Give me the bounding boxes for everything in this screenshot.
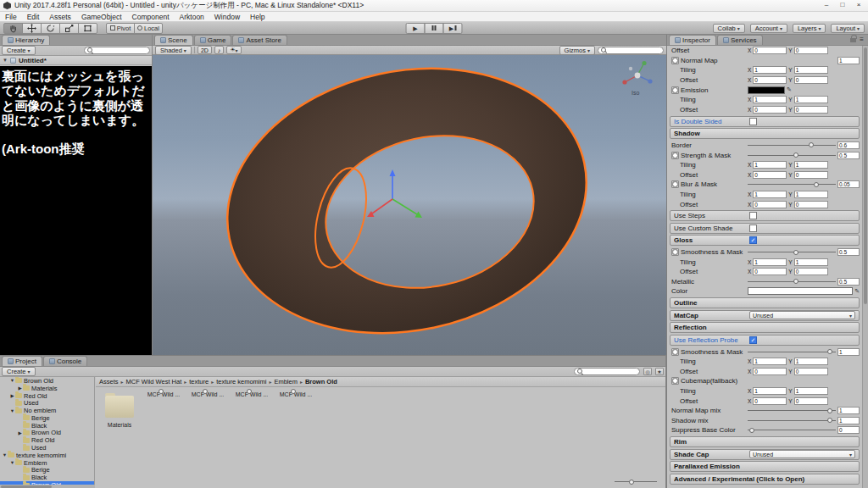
breadcrumb-item-mcf-wild-west-hat[interactable]: MCF Wild West Hat bbox=[126, 378, 182, 385]
breadcrumb-item-emblem[interactable]: Emblem bbox=[274, 378, 298, 385]
menu-gameobject[interactable]: GameObject bbox=[76, 13, 127, 21]
value-field[interactable]: 1 bbox=[753, 96, 787, 103]
tab-project[interactable]: Project bbox=[2, 356, 42, 366]
tree-collapse-icon[interactable]: ▼ bbox=[9, 378, 15, 383]
value-field[interactable]: 0.05 bbox=[837, 180, 860, 188]
scene-header-row[interactable]: ▼ Untitled* bbox=[0, 56, 152, 65]
tree-collapse-icon[interactable]: ▼ bbox=[9, 408, 15, 413]
slider-thumb[interactable] bbox=[827, 408, 832, 413]
tab-asset-store[interactable]: Asset Store bbox=[232, 35, 287, 45]
scene-search-input[interactable] bbox=[598, 47, 664, 54]
value-field[interactable]: 0 bbox=[794, 47, 828, 54]
checkbox[interactable] bbox=[749, 118, 757, 125]
slider-thumb[interactable] bbox=[814, 182, 819, 187]
value-field[interactable]: 0 bbox=[753, 106, 787, 114]
minimize-button[interactable]: – bbox=[819, 1, 834, 10]
layers-dropdown[interactable]: Layers▾ bbox=[793, 24, 826, 33]
menu-assets[interactable]: Assets bbox=[44, 13, 76, 21]
color-swatch[interactable] bbox=[748, 86, 785, 94]
tree-item-black[interactable]: Black bbox=[0, 422, 94, 430]
slider[interactable] bbox=[748, 426, 836, 434]
slider-thumb[interactable] bbox=[629, 480, 634, 485]
value-field[interactable]: 1 bbox=[753, 358, 787, 365]
hierarchy-search-input[interactable] bbox=[84, 47, 150, 54]
value-field[interactable]: 0 bbox=[794, 106, 828, 114]
texture-slot-icon[interactable] bbox=[671, 152, 679, 159]
tree-collapse-icon[interactable]: ▼ bbox=[2, 452, 8, 458]
value-field[interactable]: 1 bbox=[794, 387, 828, 395]
eyedropper-icon[interactable]: ✎ bbox=[787, 86, 792, 93]
scale-tool-button[interactable] bbox=[59, 23, 79, 34]
texture-slot-icon[interactable] bbox=[671, 86, 679, 94]
property-row-use-steps[interactable]: Use Steps bbox=[670, 210, 860, 221]
asset-item-materials[interactable]: Materials bbox=[98, 391, 141, 428]
menu-help[interactable]: Help bbox=[245, 13, 270, 21]
section-header-matcap[interactable]: MatCapUnused▾ bbox=[670, 310, 860, 321]
inspector-scrollbar[interactable] bbox=[862, 46, 868, 488]
tree-item-used[interactable]: Used bbox=[0, 444, 94, 452]
value-field[interactable]: 0.6 bbox=[837, 141, 860, 149]
section-header-advanced-experimental-click-to-open[interactable]: Advanced / Experimental (Click to Open) bbox=[670, 474, 860, 485]
value-field[interactable]: 0 bbox=[753, 397, 787, 405]
value-field[interactable]: 1 bbox=[794, 358, 828, 365]
property-row-is-double-sided[interactable]: Is Double Sided bbox=[670, 116, 860, 127]
value-field[interactable]: 1 bbox=[837, 417, 860, 424]
tree-item-used[interactable]: Used bbox=[0, 399, 94, 407]
collab-dropdown[interactable]: Collab▾ bbox=[713, 24, 745, 33]
tree-item-texture-kemomimi[interactable]: ▼texture kemomimi bbox=[0, 452, 94, 459]
section-header-shadow[interactable]: Shadow bbox=[670, 128, 860, 139]
draw-mode-dropdown[interactable]: Shaded▾ bbox=[155, 46, 192, 55]
color-swatch[interactable] bbox=[748, 287, 853, 295]
asset-item-mcf-wild[interactable]: MCF Wild ... bbox=[275, 391, 317, 397]
value-field[interactable]: 1 bbox=[753, 161, 787, 169]
tree-collapse-icon[interactable]: ▼ bbox=[9, 460, 15, 465]
pivot-toggle-button[interactable]: Pivot bbox=[106, 23, 135, 34]
dropdown[interactable]: Unused▾ bbox=[749, 311, 855, 319]
value-field[interactable]: 1 bbox=[794, 161, 828, 169]
property-row-use-reflection-probe[interactable]: Use Reflection Probe✓ bbox=[670, 335, 860, 346]
tree-item-berige[interactable]: Berige bbox=[0, 414, 94, 422]
step-button[interactable]: ▶ bbox=[443, 23, 463, 34]
section-header-reflection[interactable]: Reflection bbox=[670, 322, 860, 333]
slider-thumb[interactable] bbox=[749, 428, 754, 433]
value-field[interactable]: 0 bbox=[794, 201, 828, 208]
slider[interactable] bbox=[748, 278, 836, 286]
context-menu-icon[interactable]: ≡ bbox=[860, 36, 864, 43]
texture-slot-icon[interactable] bbox=[671, 377, 679, 385]
tree-item-no-emblem[interactable]: ▼No emblem bbox=[0, 407, 94, 414]
tree-expand-icon[interactable]: ▶ bbox=[17, 385, 23, 391]
section-header-outline[interactable]: Outline bbox=[670, 297, 860, 308]
tree-expand-icon[interactable]: ▶ bbox=[17, 430, 23, 435]
pause-button[interactable] bbox=[425, 23, 444, 34]
slider-thumb[interactable] bbox=[793, 152, 798, 158]
asset-item-mcf-wild[interactable]: MCF Wild ... bbox=[231, 391, 273, 397]
tree-item-materials[interactable]: ▶Materials bbox=[0, 385, 94, 392]
menu-arktoon[interactable]: Arktoon bbox=[175, 13, 209, 21]
value-field[interactable]: 1 bbox=[794, 191, 828, 198]
value-field[interactable]: 0 bbox=[753, 76, 787, 84]
property-row-use-custom-shade[interactable]: Use Custom Shade bbox=[670, 223, 860, 234]
slider[interactable] bbox=[748, 141, 836, 149]
section-header-shade-cap[interactable]: Shade CapUnused▾ bbox=[670, 449, 860, 460]
menu-component[interactable]: Component bbox=[127, 13, 175, 21]
value-field[interactable]: 1 bbox=[753, 387, 787, 395]
tab-hierarchy[interactable]: Hierarchy bbox=[2, 35, 50, 45]
asset-item-mcf-wild[interactable]: MCF Wild ... bbox=[142, 391, 185, 397]
breadcrumb-item-texture-kemomimi[interactable]: texture kemomimi bbox=[216, 378, 266, 385]
tree-item-brown-old[interactable]: ▼Brown Old bbox=[0, 377, 94, 385]
tree-item-red-old[interactable]: Red Old bbox=[0, 436, 94, 444]
value-field[interactable]: 0 bbox=[753, 47, 787, 54]
create-button[interactable]: Create▾ bbox=[2, 46, 36, 55]
value-field[interactable]: 1 bbox=[794, 96, 828, 103]
gizmos-dropdown[interactable]: Gizmos▾ bbox=[559, 46, 595, 55]
scene-orientation-gizmo[interactable]: Iso bbox=[622, 61, 652, 96]
tab-inspector[interactable]: Inspector bbox=[669, 35, 716, 45]
value-field[interactable]: 1 bbox=[837, 407, 860, 414]
texture-slot-icon[interactable] bbox=[671, 248, 679, 256]
slider[interactable] bbox=[748, 152, 836, 159]
texture-slot-icon[interactable] bbox=[671, 348, 679, 356]
slider-thumb[interactable] bbox=[793, 250, 798, 255]
menu-edit[interactable]: Edit bbox=[22, 13, 45, 21]
value-field[interactable]: 1 bbox=[753, 66, 787, 74]
value-field[interactable]: 1 bbox=[753, 258, 787, 266]
